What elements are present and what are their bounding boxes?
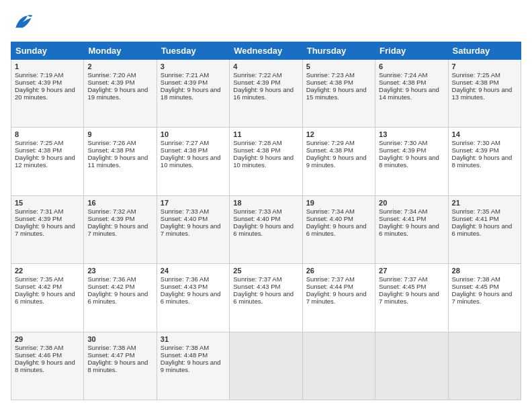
day-number: 13 <box>379 130 444 138</box>
day-number: 4 <box>233 62 298 71</box>
day-cell: 30Sunrise: 7:38 AMSunset: 4:47 PMDayligh… <box>84 332 157 400</box>
col-header-sunday: Sunday <box>11 42 84 60</box>
day-cell: 3Sunrise: 7:21 AMSunset: 4:39 PMDaylight… <box>157 60 229 128</box>
day-cell: 24Sunrise: 7:36 AMSunset: 4:43 PMDayligh… <box>157 264 229 332</box>
day-number: 7 <box>452 62 517 71</box>
logo <box>11 11 38 35</box>
day-cell <box>448 332 521 400</box>
day-number: 8 <box>15 130 80 138</box>
day-number: 6 <box>379 62 444 71</box>
col-header-wednesday: Wednesday <box>230 42 302 60</box>
day-number: 17 <box>161 199 226 207</box>
day-number: 29 <box>15 335 80 343</box>
day-number: 26 <box>306 267 371 275</box>
day-number: 12 <box>306 130 371 138</box>
col-header-tuesday: Tuesday <box>157 42 229 60</box>
day-number: 19 <box>306 199 371 207</box>
day-number: 3 <box>161 62 226 71</box>
day-number: 25 <box>233 267 298 275</box>
day-number: 5 <box>306 62 371 71</box>
week-row-2: 8Sunrise: 7:25 AMSunset: 4:38 PMDaylight… <box>11 128 521 195</box>
day-cell: 7Sunrise: 7:25 AMSunset: 4:38 PMDaylight… <box>448 60 521 128</box>
day-number: 27 <box>379 267 444 275</box>
col-header-thursday: Thursday <box>302 42 375 60</box>
day-number: 30 <box>87 335 152 343</box>
day-cell: 12Sunrise: 7:29 AMSunset: 4:38 PMDayligh… <box>302 128 375 195</box>
day-cell: 2Sunrise: 7:20 AMSunset: 4:39 PMDaylight… <box>84 60 157 128</box>
day-number: 2 <box>87 62 152 71</box>
day-number: 1 <box>15 62 80 71</box>
day-cell: 9Sunrise: 7:26 AMSunset: 4:38 PMDaylight… <box>84 128 157 195</box>
day-cell: 5Sunrise: 7:23 AMSunset: 4:38 PMDaylight… <box>302 60 375 128</box>
col-header-monday: Monday <box>84 42 157 60</box>
week-row-1: 1Sunrise: 7:19 AMSunset: 4:39 PMDaylight… <box>11 60 521 128</box>
day-cell: 26Sunrise: 7:37 AMSunset: 4:44 PMDayligh… <box>302 264 375 332</box>
day-cell: 28Sunrise: 7:38 AMSunset: 4:45 PMDayligh… <box>448 264 521 332</box>
calendar-table: SundayMondayTuesdayWednesdayThursdayFrid… <box>11 42 521 400</box>
day-cell <box>230 332 302 400</box>
day-cell: 1Sunrise: 7:19 AMSunset: 4:39 PMDaylight… <box>11 60 84 128</box>
day-cell: 31Sunrise: 7:38 AMSunset: 4:48 PMDayligh… <box>157 332 229 400</box>
day-number: 16 <box>87 199 152 207</box>
day-cell: 29Sunrise: 7:38 AMSunset: 4:46 PMDayligh… <box>11 332 84 400</box>
day-cell: 13Sunrise: 7:30 AMSunset: 4:39 PMDayligh… <box>375 128 448 195</box>
day-number: 24 <box>161 267 226 275</box>
day-number: 18 <box>233 199 298 207</box>
header-row: SundayMondayTuesdayWednesdayThursdayFrid… <box>11 42 521 60</box>
page: SundayMondayTuesdayWednesdayThursdayFrid… <box>0 0 532 411</box>
day-cell: 10Sunrise: 7:27 AMSunset: 4:38 PMDayligh… <box>157 128 229 195</box>
day-cell: 21Sunrise: 7:35 AMSunset: 4:41 PMDayligh… <box>448 195 521 263</box>
week-row-4: 22Sunrise: 7:35 AMSunset: 4:42 PMDayligh… <box>11 264 521 332</box>
day-cell: 16Sunrise: 7:32 AMSunset: 4:39 PMDayligh… <box>84 195 157 263</box>
day-cell: 20Sunrise: 7:34 AMSunset: 4:41 PMDayligh… <box>375 195 448 263</box>
day-cell: 17Sunrise: 7:33 AMSunset: 4:40 PMDayligh… <box>157 195 229 263</box>
day-cell: 6Sunrise: 7:24 AMSunset: 4:38 PMDaylight… <box>375 60 448 128</box>
day-cell: 27Sunrise: 7:37 AMSunset: 4:45 PMDayligh… <box>375 264 448 332</box>
day-number: 14 <box>452 130 517 138</box>
day-cell: 4Sunrise: 7:22 AMSunset: 4:39 PMDaylight… <box>230 60 302 128</box>
day-cell: 22Sunrise: 7:35 AMSunset: 4:42 PMDayligh… <box>11 264 84 332</box>
day-number: 22 <box>15 267 80 275</box>
day-cell: 14Sunrise: 7:30 AMSunset: 4:39 PMDayligh… <box>448 128 521 195</box>
day-cell: 8Sunrise: 7:25 AMSunset: 4:38 PMDaylight… <box>11 128 84 195</box>
day-number: 15 <box>15 199 80 207</box>
day-number: 23 <box>87 267 152 275</box>
day-number: 21 <box>452 199 517 207</box>
week-row-5: 29Sunrise: 7:38 AMSunset: 4:46 PMDayligh… <box>11 332 521 400</box>
day-cell <box>375 332 448 400</box>
day-number: 10 <box>161 130 226 138</box>
day-number: 11 <box>233 130 298 138</box>
day-cell: 25Sunrise: 7:37 AMSunset: 4:43 PMDayligh… <box>230 264 302 332</box>
day-cell: 11Sunrise: 7:28 AMSunset: 4:38 PMDayligh… <box>230 128 302 195</box>
day-cell: 19Sunrise: 7:34 AMSunset: 4:40 PMDayligh… <box>302 195 375 263</box>
day-cell: 18Sunrise: 7:33 AMSunset: 4:40 PMDayligh… <box>230 195 302 263</box>
col-header-saturday: Saturday <box>448 42 521 60</box>
day-cell: 23Sunrise: 7:36 AMSunset: 4:42 PMDayligh… <box>84 264 157 332</box>
day-number: 31 <box>161 335 226 343</box>
day-number: 20 <box>379 199 444 207</box>
col-header-friday: Friday <box>375 42 448 60</box>
day-cell: 15Sunrise: 7:31 AMSunset: 4:39 PMDayligh… <box>11 195 84 263</box>
header <box>11 11 521 35</box>
logo-icon <box>11 11 35 35</box>
day-cell <box>302 332 375 400</box>
day-number: 9 <box>87 130 152 138</box>
day-number: 28 <box>452 267 517 275</box>
week-row-3: 15Sunrise: 7:31 AMSunset: 4:39 PMDayligh… <box>11 195 521 263</box>
